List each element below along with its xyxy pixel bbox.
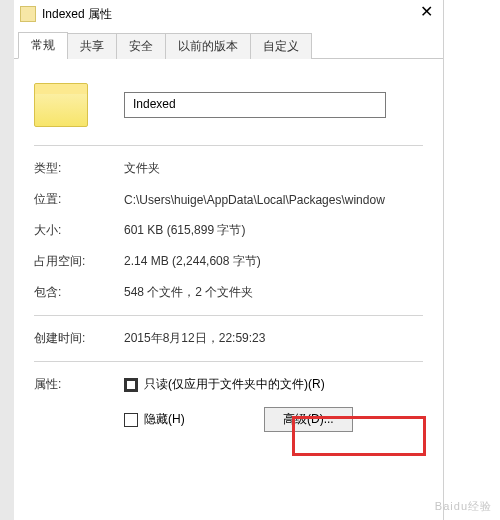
separator bbox=[34, 315, 423, 316]
value-size: 601 KB (615,899 字节) bbox=[124, 222, 245, 239]
label-hidden: 隐藏(H) bbox=[144, 411, 264, 428]
titlebar: Indexed 属性 bbox=[14, 0, 443, 28]
advanced-button[interactable]: 高级(D)... bbox=[264, 407, 353, 432]
label-location: 位置: bbox=[34, 191, 124, 208]
value-contains: 548 个文件，2 个文件夹 bbox=[124, 284, 253, 301]
separator bbox=[34, 145, 423, 146]
tab-security[interactable]: 安全 bbox=[116, 33, 166, 59]
tab-general[interactable]: 常规 bbox=[18, 32, 68, 59]
window-title: Indexed 属性 bbox=[42, 6, 112, 23]
checkbox-hidden[interactable] bbox=[124, 413, 138, 427]
label-readonly: 只读(仅应用于文件夹中的文件)(R) bbox=[144, 376, 325, 393]
label-attributes: 属性: bbox=[34, 376, 124, 446]
value-created: 2015年8月12日，22:59:23 bbox=[124, 330, 265, 347]
folder-icon bbox=[20, 6, 36, 22]
separator bbox=[34, 361, 423, 362]
tabs: 常规 共享 安全 以前的版本 自定义 bbox=[14, 30, 443, 59]
folder-name-input[interactable]: Indexed bbox=[124, 92, 386, 118]
label-type: 类型: bbox=[34, 160, 124, 177]
tab-sharing[interactable]: 共享 bbox=[67, 33, 117, 59]
value-ondisk: 2.14 MB (2,244,608 字节) bbox=[124, 253, 261, 270]
watermark: Baidu经验 bbox=[435, 499, 492, 514]
tab-customize[interactable]: 自定义 bbox=[250, 33, 312, 59]
value-location: C:\Users\huige\AppData\Local\Packages\wi… bbox=[124, 193, 385, 207]
label-created: 创建时间: bbox=[34, 330, 124, 347]
label-size: 大小: bbox=[34, 222, 124, 239]
folder-large-icon bbox=[34, 83, 88, 127]
value-type: 文件夹 bbox=[124, 160, 160, 177]
close-icon[interactable]: ✕ bbox=[420, 4, 433, 20]
tab-previous[interactable]: 以前的版本 bbox=[165, 33, 251, 59]
label-contains: 包含: bbox=[34, 284, 124, 301]
label-ondisk: 占用空间: bbox=[34, 253, 124, 270]
checkbox-readonly[interactable] bbox=[124, 378, 138, 392]
